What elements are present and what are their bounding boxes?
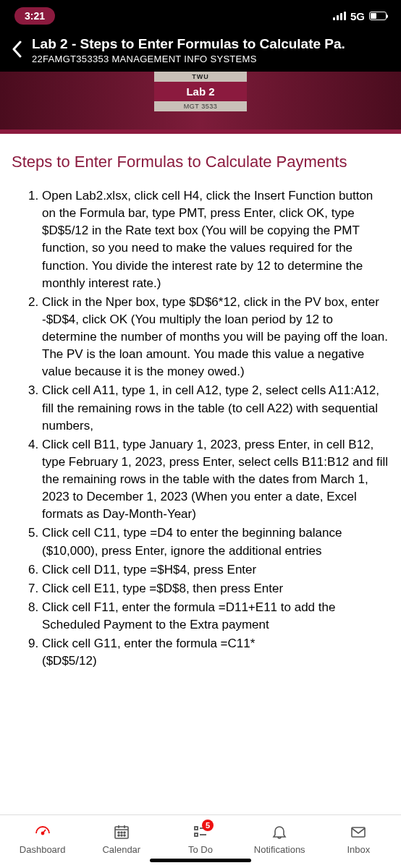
pill-course: MGT 3533 <box>154 101 247 111</box>
gauge-icon <box>3 822 82 841</box>
signal-icon <box>333 12 346 20</box>
bell-icon <box>240 822 319 841</box>
pill-institution: TWU <box>154 72 247 82</box>
battery-icon <box>369 12 387 20</box>
tab-label: To Do <box>161 844 240 855</box>
envelope-icon <box>319 822 398 841</box>
course-pill: TWU Lab 2 MGT 3533 <box>154 72 247 111</box>
step-item: Click cell D11, type =$H$4, press Enter <box>42 561 389 579</box>
page-title: Lab 2 - Steps to Enter Formulas to Calcu… <box>32 36 389 52</box>
tab-label: Notifications <box>240 844 319 855</box>
tab-bar: Dashboard Calendar 5 To Do Notifications… <box>0 814 401 868</box>
back-button[interactable] <box>12 36 22 61</box>
tab-inbox[interactable]: Inbox <box>319 822 398 855</box>
hero-banner: TWU Lab 2 MGT 3533 <box>0 72 401 134</box>
tab-label: Calendar <box>82 844 161 855</box>
svg-rect-9 <box>195 833 198 836</box>
step-item: Click in the Nper box, type $D$6*12, cli… <box>42 294 389 381</box>
svg-point-2 <box>118 832 119 833</box>
step-item: Click cell A11, type 1, in cell A12, typ… <box>42 382 389 434</box>
svg-point-5 <box>118 835 119 836</box>
step-item: Click cell C11, type =D4 to enter the be… <box>42 524 389 559</box>
network-label: 5G <box>350 10 365 22</box>
svg-point-3 <box>121 832 122 833</box>
tab-label: Dashboard <box>3 844 82 855</box>
tab-notifications[interactable]: Notifications <box>240 822 319 855</box>
step-item: Click cell B11, type January 1, 2023, pr… <box>42 436 389 524</box>
svg-rect-10 <box>352 827 365 837</box>
status-bar: 3:21 5G <box>0 0 401 32</box>
status-time: 3:21 <box>14 7 55 25</box>
svg-point-6 <box>121 835 122 836</box>
svg-point-4 <box>124 832 125 833</box>
page-subtitle: 22FAMGT353353 MANAGEMENT INFO SYSTEMS <box>32 54 389 64</box>
tab-dashboard[interactable]: Dashboard <box>3 822 82 855</box>
page-header: Lab 2 - Steps to Enter Formulas to Calcu… <box>0 32 401 72</box>
tab-label: Inbox <box>319 844 398 855</box>
svg-point-7 <box>124 835 125 836</box>
svg-rect-8 <box>195 827 198 830</box>
truncated-line: ($D$5/12) <box>12 654 389 668</box>
pill-lab: Lab 2 <box>154 82 247 101</box>
content-area[interactable]: Steps to Enter Formulas to Calculate Pay… <box>0 134 401 668</box>
todo-badge: 5 <box>202 820 214 831</box>
step-item: Click cell F11, enter the formula =D11+E… <box>42 599 389 634</box>
content-title: Steps to Enter Formulas to Calculate Pay… <box>12 153 389 171</box>
steps-list: Open Lab2.xlsx, click cell H4, click the… <box>12 187 389 652</box>
tab-todo[interactable]: 5 To Do <box>161 822 240 855</box>
calendar-icon <box>82 822 161 841</box>
step-item: Open Lab2.xlsx, click cell H4, click the… <box>42 187 389 292</box>
home-indicator[interactable] <box>150 859 251 862</box>
step-item: Click cell E11, type =$D$8, then press E… <box>42 580 389 597</box>
tab-calendar[interactable]: Calendar <box>82 822 161 855</box>
status-indicators: 5G <box>333 10 387 22</box>
list-icon: 5 <box>161 822 240 841</box>
step-item: Click cell G11, enter the formula =C11* <box>42 635 389 652</box>
